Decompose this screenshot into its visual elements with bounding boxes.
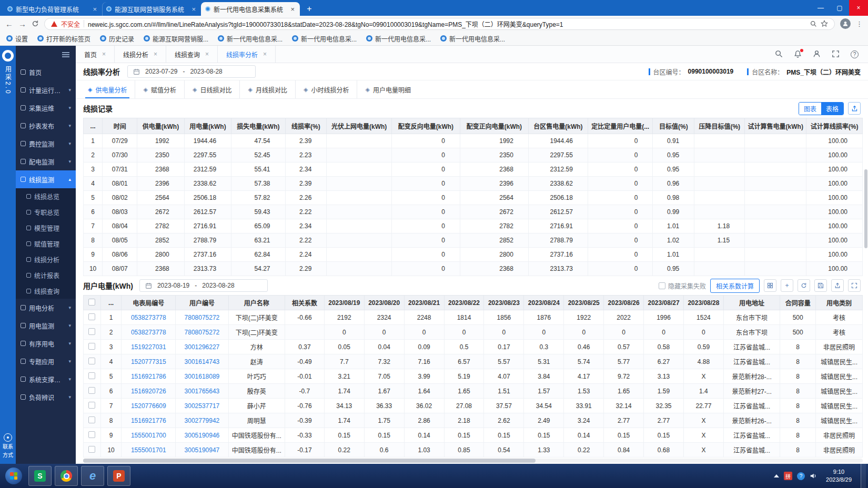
column-header[interactable]: 用户名称 xyxy=(228,296,285,310)
row-checkbox[interactable] xyxy=(88,431,95,438)
column-header[interactable]: 压降目标值(%) xyxy=(694,118,745,134)
column-header[interactable]: 配变反向电量(kWh) xyxy=(391,118,460,134)
workspace-tab-close-icon[interactable]: × xyxy=(263,50,267,58)
column-header[interactable]: 供电量(kWh) xyxy=(137,118,184,134)
column-header[interactable]: 2023/08/26 xyxy=(604,296,644,310)
taskbar-clock[interactable]: 9:10 2023/8/29 xyxy=(822,468,856,484)
column-header[interactable]: 2023/08/23 xyxy=(484,296,524,310)
table-row[interactable]: 515169217863001618089叶巧巧-0.013.217.053.9… xyxy=(84,369,863,384)
table-row[interactable]: 508/0225642506.1857.822.26025642506.1800… xyxy=(84,191,863,205)
table-view-button[interactable]: 表格 xyxy=(821,103,843,115)
select-all-checkbox[interactable] xyxy=(88,299,95,306)
column-header[interactable]: 用电类别 xyxy=(816,296,863,310)
column-header[interactable]: 配变正向电量(kWh) xyxy=(460,118,528,134)
add-button[interactable]: + xyxy=(781,279,793,292)
table-row[interactable]: 915550017003005190946中国铁塔股份有...-0.330.15… xyxy=(84,428,863,443)
column-header[interactable]: 用户编号 xyxy=(176,296,228,310)
date-from-value[interactable]: 2023-08-19 xyxy=(157,282,189,289)
select-all-header[interactable] xyxy=(84,296,101,310)
workspace-tab-close-icon[interactable]: × xyxy=(154,50,157,58)
column-header[interactable]: 2023/08/20 xyxy=(364,296,404,310)
table-row[interactable]: 307/3123682312.5955.412.34023682312.5900… xyxy=(84,162,863,177)
hide-failed-toggle[interactable]: 隐藏采集失败 xyxy=(659,281,706,290)
row-select-cell[interactable] xyxy=(84,354,101,369)
row-checkbox[interactable] xyxy=(88,328,95,335)
table-row[interactable]: 715207766093002537717薛小芹-0.7634.1336.333… xyxy=(84,399,863,413)
close-window-button[interactable]: × xyxy=(849,0,868,16)
bookmark-item[interactable]: 能源互联网营销服... xyxy=(144,34,208,43)
sidebar-subitem[interactable]: 模型管理 xyxy=(16,220,76,236)
help-icon[interactable]: ? xyxy=(851,50,859,58)
new-tab-button[interactable]: + xyxy=(303,3,316,15)
horizontal-scrollbar-thumb[interactable] xyxy=(83,459,536,463)
browser-menu-icon[interactable]: ⋮ xyxy=(856,20,863,28)
analysis-subtab[interactable]: ◈ 供电量分析 xyxy=(80,80,135,98)
sidebar-item[interactable]: 抄表发布 ▾ xyxy=(16,117,76,135)
table-row[interactable]: 908/0628002737.1662.842.24028002737.1601… xyxy=(84,248,863,262)
row-checkbox[interactable] xyxy=(88,416,95,423)
bookmark-item[interactable]: 新一代用电信息采... xyxy=(366,34,431,43)
table-row[interactable]: 708/0427822716.9165.092.34027822716.9101… xyxy=(84,219,863,233)
horizontal-scrollbar[interactable] xyxy=(83,459,863,463)
column-header[interactable]: ... xyxy=(100,296,122,310)
column-header[interactable]: 定比定量用户电量(... xyxy=(588,118,653,134)
column-header[interactable]: 用电地址 xyxy=(723,296,780,310)
date-from-value[interactable]: 2023-07-29 xyxy=(145,68,177,75)
sidebar-subitem[interactable]: 线损查询 xyxy=(16,283,76,299)
row-select-cell[interactable] xyxy=(84,325,101,340)
table-row[interactable]: 608/0326722612.5759.432.22026722612.5700… xyxy=(84,205,863,219)
row-select-cell[interactable] xyxy=(84,413,101,428)
row-select-cell[interactable] xyxy=(84,428,101,443)
table-row[interactable]: 315192270313001296227方林0.370.050.040.090… xyxy=(84,340,863,354)
start-button[interactable] xyxy=(5,467,22,484)
user-energy-date-range-picker[interactable]: 2023-08-19 - 2023-08-28 xyxy=(139,279,268,292)
table-row[interactable]: 105382737787808075272下坝(二)环美变-0.66219223… xyxy=(84,310,863,325)
export-table-button[interactable] xyxy=(831,279,844,292)
sidebar-subitem[interactable]: 线损分析 xyxy=(16,251,76,267)
column-header[interactable]: 试计算线损率(%) xyxy=(806,118,863,134)
refresh-table-button[interactable] xyxy=(798,279,810,292)
column-settings-button[interactable] xyxy=(764,279,776,292)
row-checkbox[interactable] xyxy=(88,358,95,364)
search-icon[interactable] xyxy=(775,50,783,58)
notification-bell-icon[interactable] xyxy=(794,50,802,58)
analysis-subtab[interactable]: ◈ 小时线损分析 xyxy=(295,80,357,98)
save-button[interactable] xyxy=(814,279,827,292)
security-warning-label[interactable]: 不安全 xyxy=(61,19,80,28)
row-select-cell[interactable] xyxy=(84,443,101,458)
row-checkbox[interactable] xyxy=(88,446,95,453)
browser-tab[interactable]: 能源互联网营销服务系统 × xyxy=(102,2,201,16)
column-header[interactable]: 2023/08/22 xyxy=(444,296,484,310)
taskbar-item-powerpoint[interactable]: P xyxy=(107,466,130,486)
table-row[interactable]: 615169207263001765643殷存英-0.71.741.671.64… xyxy=(84,384,863,399)
sidebar-item[interactable]: 有序用电 ▾ xyxy=(16,334,76,352)
workspace-tab[interactable]: 线损率分析 × xyxy=(218,46,276,63)
vertical-scrollbar-thumb[interactable] xyxy=(864,169,867,248)
row-select-cell[interactable] xyxy=(84,369,101,384)
table-row[interactable]: 415207773153001614743赵涛-0.497.77.327.166… xyxy=(84,354,863,369)
workspace-tab[interactable]: 线损分析 × xyxy=(115,46,166,63)
workspace-tab-close-icon[interactable]: × xyxy=(205,50,209,58)
table-row[interactable]: 107/2919921944.4647.542.39019921944.4600… xyxy=(84,134,863,148)
column-header[interactable]: 试计算售电量(kWh) xyxy=(745,118,806,134)
analysis-subtab[interactable]: ◈ 用户电量明细 xyxy=(357,80,418,98)
row-select-cell[interactable] xyxy=(84,399,101,413)
sidebar-item[interactable]: 首页 xyxy=(16,63,76,81)
chart-view-button[interactable]: 图表 xyxy=(799,103,821,115)
date-to-value[interactable]: 2023-08-28 xyxy=(202,282,234,289)
sidebar-subitem[interactable]: 线损总览 xyxy=(16,188,76,204)
column-header[interactable]: 线损率(%) xyxy=(285,118,327,134)
row-checkbox[interactable] xyxy=(88,402,95,409)
address-bar[interactable]: 不安全 neweic.js.sgcc.com.cn/#/llm/line/Lin… xyxy=(44,18,835,30)
column-header[interactable]: 电表局编号 xyxy=(122,296,176,310)
user-icon[interactable] xyxy=(813,50,821,58)
taskbar-item-chrome[interactable] xyxy=(55,466,78,486)
column-header[interactable]: 2023/08/25 xyxy=(564,296,604,310)
table-row[interactable]: 207/3023502297.5552.452.23023502297.5500… xyxy=(84,148,863,162)
table-row[interactable]: 205382737787808075272下坝(二)环美变0000000000东… xyxy=(84,325,863,340)
row-select-cell[interactable] xyxy=(84,340,101,354)
column-header[interactable]: 合同容量 xyxy=(780,296,816,310)
table-row[interactable]: 1008/0723682313.7354.272.29023682313.730… xyxy=(84,262,863,276)
collapse-sidebar-icon[interactable] xyxy=(62,52,69,57)
bookmark-item[interactable]: 新一代用电信息采... xyxy=(440,34,505,43)
